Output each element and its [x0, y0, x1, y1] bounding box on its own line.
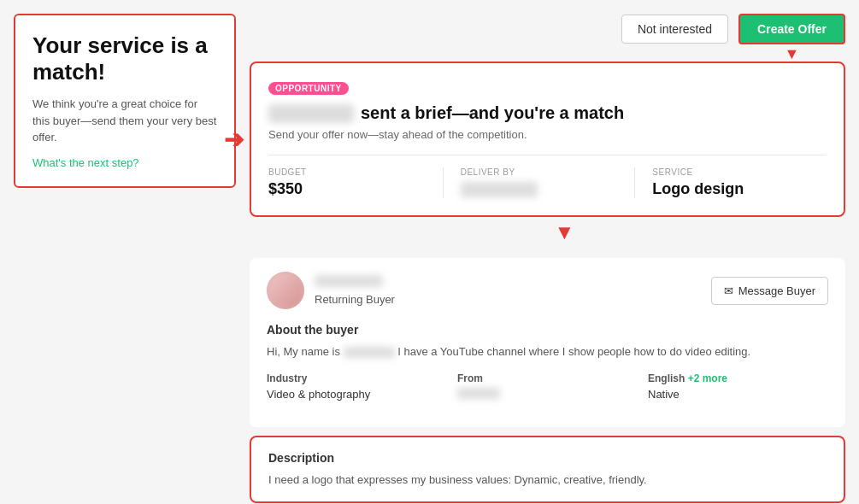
description-section: Description I need a logo that expresses…	[250, 436, 845, 504]
opportunity-badge: OPPORTUNITY	[268, 82, 349, 95]
language-value: Native	[648, 388, 828, 401]
service-value: Logo design	[652, 180, 809, 198]
about-text: Hi, My name is I have a YouTube channel …	[267, 343, 828, 360]
opportunity-wrapper: ➔ OPPORTUNITY sent a brief—and you're a …	[250, 62, 845, 217]
down-arrow-icon: ▼	[785, 45, 800, 63]
from-label: From	[457, 372, 638, 384]
blurred-buyer-name	[315, 275, 383, 287]
service-detail: SERVICE Logo design	[634, 167, 827, 198]
message-buyer-button[interactable]: ✉ Message Buyer	[711, 277, 828, 305]
budget-value: $350	[268, 180, 426, 198]
industry-value: Video & photography	[267, 388, 447, 401]
match-description: We think you're a great choice for this …	[32, 96, 217, 146]
deliver-by-detail: DELIVER BY	[443, 167, 635, 198]
message-icon: ✉	[724, 284, 733, 297]
blurred-sender-name	[268, 104, 354, 123]
opportunity-card: OPPORTUNITY sent a brief—and you're a ma…	[250, 62, 845, 217]
right-arrow-icon: ➔	[224, 126, 244, 154]
language-meta: English +2 more Native	[648, 372, 828, 401]
description-title: Description	[268, 451, 827, 465]
not-interested-button[interactable]: Not interested	[621, 15, 728, 44]
match-title: Your service is a match!	[32, 32, 217, 85]
from-value	[457, 388, 638, 401]
blurred-date	[461, 182, 538, 197]
about-buyer: About the buyer Hi, My name is I have a …	[267, 323, 828, 401]
description-text: I need a logo that expresses my business…	[268, 472, 827, 489]
opportunity-title: sent a brief—and you're a match	[268, 103, 827, 123]
opportunity-title-text: sent a brief—and you're a match	[361, 103, 624, 123]
industry-meta: Industry Video & photography	[267, 372, 447, 401]
language-more: +2 more	[688, 372, 727, 384]
buyer-avatar	[267, 272, 304, 309]
returning-label: Returning Buyer	[315, 293, 395, 306]
industry-label: Industry	[267, 372, 447, 384]
next-step-link[interactable]: What's the next step?	[32, 156, 217, 169]
buyer-info: Returning Buyer	[267, 272, 395, 309]
about-title: About the buyer	[267, 323, 828, 337]
buyer-meta: Industry Video & photography From Englis…	[267, 372, 828, 401]
blurred-location	[457, 388, 500, 399]
buyer-name-area: Returning Buyer	[315, 275, 395, 306]
deliver-by-label: DELIVER BY	[461, 167, 618, 177]
buyer-header: Returning Buyer ✉ Message Buyer	[267, 272, 828, 309]
message-button-label: Message Buyer	[738, 284, 815, 297]
right-panel: Not interested Create Offer ▼ ➔ OPPORTUN…	[250, 14, 845, 503]
buyer-section: Returning Buyer ✉ Message Buyer About th…	[250, 258, 845, 427]
create-offer-button[interactable]: Create Offer	[738, 14, 845, 44]
language-label: English +2 more	[648, 372, 828, 384]
blurred-buyer-name-inline	[344, 347, 395, 358]
opportunity-details: BUDGET $350 DELIVER BY SERVICE Logo desi…	[268, 155, 827, 198]
opportunity-subtitle: Send your offer now—stay ahead of the co…	[268, 128, 827, 141]
avatar-image	[267, 272, 304, 309]
down-arrow-flow: ▼	[284, 217, 845, 248]
service-label: SERVICE	[652, 167, 809, 177]
action-bar: Not interested Create Offer ▼	[250, 14, 845, 44]
from-meta: From	[457, 372, 638, 401]
budget-label: BUDGET	[268, 167, 426, 177]
match-panel: Your service is a match! We think you're…	[14, 14, 236, 188]
budget-detail: BUDGET $350	[268, 167, 443, 198]
deliver-by-value	[461, 180, 618, 198]
